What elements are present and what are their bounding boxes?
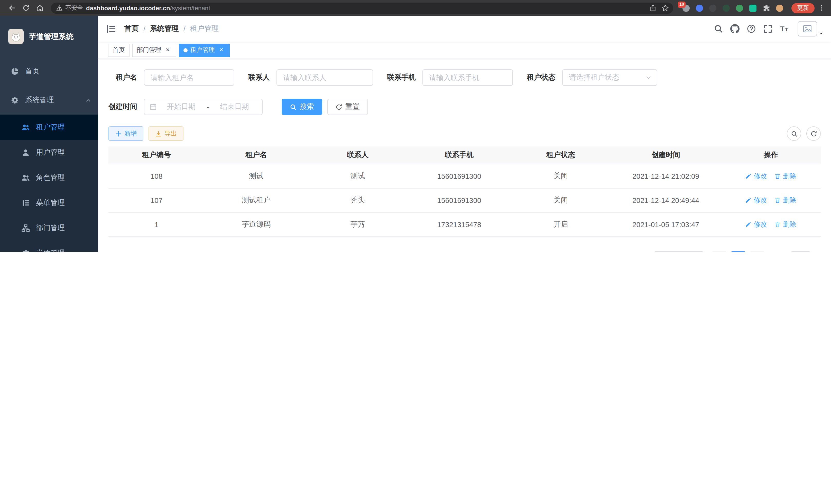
home-icon[interactable]	[33, 1, 47, 15]
table-row: 1芋道源码芋艿17321315478开启2021-01-05 17:03:47修…	[109, 212, 821, 236]
edit-link[interactable]: 修改	[745, 196, 767, 205]
tenant-name-input[interactable]	[144, 69, 234, 86]
fullscreen-icon[interactable]	[761, 22, 775, 36]
search-button[interactable]: 搜索	[282, 99, 322, 115]
search-icon[interactable]	[711, 22, 726, 36]
delete-link[interactable]: 删除	[775, 171, 796, 181]
create-time-range-picker[interactable]: 开始日期 - 结束日期	[144, 99, 263, 115]
font-size-icon[interactable]: TT	[777, 22, 792, 36]
tree-icon	[22, 224, 30, 232]
extension-icon-5[interactable]	[735, 3, 744, 12]
back-icon[interactable]	[5, 1, 19, 15]
tenant-status-select[interactable]: 请选择租户状态	[562, 69, 657, 86]
star-icon[interactable]	[659, 2, 671, 14]
add-button[interactable]: 新增	[109, 126, 143, 141]
profile-avatar[interactable]	[775, 3, 784, 12]
warning-icon	[56, 5, 63, 11]
main-area: 首页/系统管理/租户管理 TT 首页部门管理×租户管理×	[98, 16, 831, 252]
help-icon[interactable]	[744, 22, 758, 36]
delete-link[interactable]: 删除	[775, 196, 796, 205]
filter-mobile: 联系手机	[387, 69, 513, 86]
edit-link[interactable]: 修改	[745, 219, 767, 229]
tab-tenant[interactable]: 租户管理×	[179, 43, 230, 57]
sidebar-item-post[interactable]: 岗位管理	[0, 240, 98, 252]
extension-dot	[776, 4, 783, 11]
cell-id: 108	[109, 164, 204, 188]
extension-icon-2[interactable]	[695, 3, 704, 12]
extension-icon-3[interactable]	[708, 3, 717, 12]
extension-icon-1[interactable]: 10	[682, 3, 691, 12]
export-button[interactable]: 导出	[148, 126, 183, 141]
url-path: /system/tenant	[170, 4, 210, 11]
navbar-actions: TT	[711, 21, 824, 36]
cell-mobile: 15601691300	[407, 188, 511, 212]
toggle-search-button[interactable]	[787, 126, 801, 141]
active-tab-dot	[183, 48, 188, 52]
sidebar-item-role[interactable]: 角色管理	[0, 165, 98, 190]
sidebar-item-label: 首页	[25, 67, 91, 76]
sidebar-item-dept[interactable]: 部门管理	[0, 215, 98, 240]
cell-contact: 测试	[308, 164, 407, 188]
cell-operations: 修改删除	[721, 188, 821, 212]
breadcrumb-separator: /	[183, 25, 185, 33]
sidebar-item-system[interactable]: 系统管理	[0, 86, 98, 115]
create-time-label: 创建时间	[109, 102, 137, 112]
pagination-goto: 前往 页	[774, 251, 821, 252]
sidebar: 芋道管理系统 首页系统管理租户管理用户管理角色管理菜单管理部门管理岗位管理字典管…	[0, 16, 98, 252]
sidebar-item-home[interactable]: 首页	[0, 57, 98, 86]
extension-icon-4[interactable]	[721, 3, 731, 12]
browser-update-button[interactable]: 更新	[792, 3, 814, 13]
contact-input[interactable]	[277, 69, 373, 86]
tab-close-icon[interactable]: ×	[164, 46, 172, 54]
cell-status: 关闭	[511, 188, 610, 212]
tab-close-icon[interactable]: ×	[218, 46, 225, 54]
page-number-1[interactable]: 1	[731, 251, 745, 252]
dashboard-icon	[11, 67, 19, 76]
browser-menu-icon[interactable]	[816, 2, 826, 13]
extension-dot	[709, 4, 716, 11]
top-navbar: 首页/系统管理/租户管理 TT	[98, 16, 831, 41]
cell-id: 107	[109, 188, 204, 212]
puzzle-icon[interactable]	[762, 3, 771, 12]
sidebar-item-label: 用户管理	[36, 148, 91, 157]
address-bar[interactable]: 不安全 dashboard.yudao.iocoder.cn/system/te…	[51, 2, 673, 13]
prev-page-button[interactable]	[712, 251, 726, 252]
sidebar-toggle-icon[interactable]	[106, 24, 116, 34]
next-page-button[interactable]	[750, 251, 764, 252]
refresh-table-button[interactable]	[806, 126, 821, 141]
reset-button[interactable]: 重置	[327, 99, 368, 115]
sidebar-item-user[interactable]: 用户管理	[0, 140, 98, 165]
breadcrumb-item[interactable]: 首页	[124, 24, 139, 33]
app-logo[interactable]: 芋道管理系统	[0, 16, 98, 57]
security-chip[interactable]: 不安全	[56, 4, 83, 12]
reload-icon[interactable]	[19, 1, 33, 15]
tab-home[interactable]: 首页	[108, 43, 130, 57]
breadcrumb-item[interactable]: 系统管理	[150, 24, 179, 33]
sidebar-item-label: 菜单管理	[36, 198, 91, 207]
sidebar-item-menu[interactable]: 菜单管理	[0, 190, 98, 215]
table-row: 107测试租户秃头15601691300关闭2021-12-14 20:49:4…	[109, 188, 821, 212]
delete-link[interactable]: 删除	[775, 219, 796, 229]
table-toolbar: 新增 导出	[109, 126, 821, 141]
cell-created: 2021-12-14 21:02:09	[610, 164, 721, 188]
caret-down-icon[interactable]	[819, 31, 824, 36]
share-icon[interactable]	[647, 2, 659, 14]
cell-operations: 修改删除	[721, 164, 821, 188]
sidebar-item-tenant[interactable]: 租户管理	[0, 115, 98, 140]
page-size-select[interactable]: 10条/页	[654, 251, 704, 252]
table-row: 108测试测试15601691300关闭2021-12-14 21:02:09修…	[109, 164, 821, 188]
extension-icon-6[interactable]	[748, 3, 757, 12]
mobile-input[interactable]	[423, 69, 513, 86]
start-date-placeholder: 开始日期	[159, 102, 203, 112]
users-icon	[22, 173, 30, 182]
plus-icon	[115, 130, 122, 137]
goto-page-input[interactable]	[791, 251, 810, 252]
tenant-table: 租户编号租户名联系人联系手机租户状态创建时间操作 108测试测试15601691…	[109, 146, 821, 237]
tab-dept[interactable]: 部门管理×	[132, 43, 176, 57]
user-avatar[interactable]	[798, 21, 817, 36]
edit-link[interactable]: 修改	[745, 171, 767, 181]
github-icon[interactable]	[728, 22, 742, 36]
url-text: dashboard.yudao.iocoder.cn/system/tenant	[86, 4, 643, 11]
tab-label: 租户管理	[190, 46, 215, 55]
user-menu[interactable]	[798, 21, 824, 36]
